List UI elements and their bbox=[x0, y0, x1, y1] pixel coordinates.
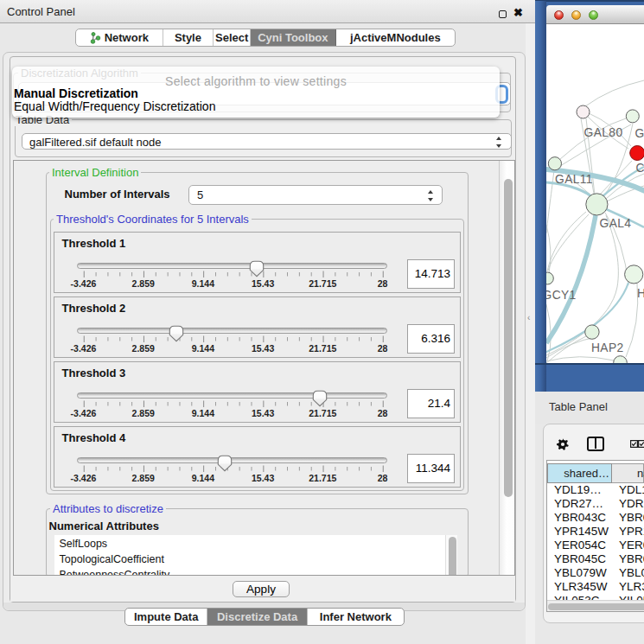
svg-text:HA: HA bbox=[637, 287, 644, 300]
svg-text:HAP2: HAP2 bbox=[591, 341, 624, 354]
svg-text:CY: CY bbox=[636, 162, 644, 175]
svg-text:GAL80: GAL80 bbox=[584, 126, 623, 139]
svg-text:GAL4: GAL4 bbox=[600, 217, 632, 230]
svg-text:GCY1: GCY1 bbox=[546, 289, 577, 302]
svg-text:GAL11: GAL11 bbox=[555, 173, 593, 186]
svg-text:GAL: GAL bbox=[635, 127, 644, 140]
